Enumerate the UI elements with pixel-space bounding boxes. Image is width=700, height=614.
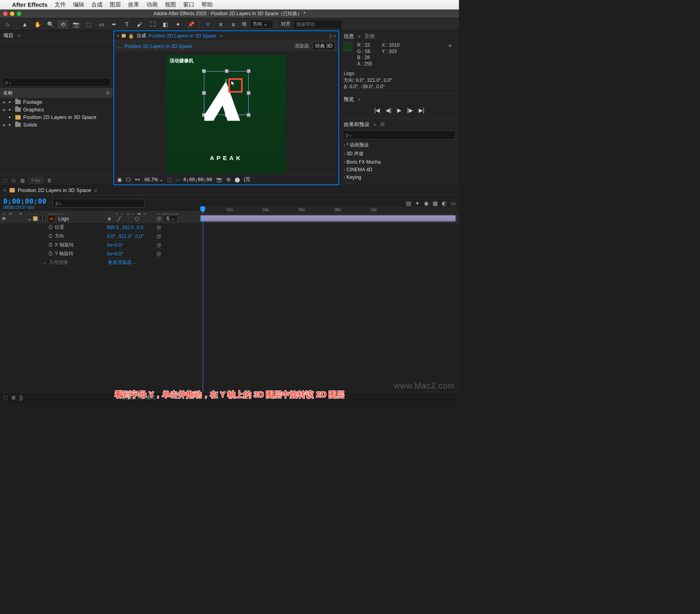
project-item-solids[interactable]: ▸▪Solids [0,121,113,129]
interpret-icon[interactable]: ⬚ [3,178,8,183]
project-tab[interactable]: 项目 [3,32,14,39]
bpc-button[interactable]: 8 bpc [29,177,43,183]
trash-icon[interactable]: 🗑 [47,178,52,183]
panel-menu-icon[interactable]: ≡ [18,33,20,38]
menu-edit[interactable]: 编辑 [73,1,84,8]
play-icon[interactable]: ▶ [397,107,401,113]
next-frame-icon[interactable]: |▶ [407,107,413,113]
resize-handle[interactable] [225,69,229,73]
snapshot-icon[interactable]: ▣ [117,177,122,182]
property-row-y-rotation[interactable]: ÖY 轴旋转 0x+0.0° @ [0,250,459,258]
comp-mini-icon[interactable]: ▤ [406,200,411,206]
region-icon[interactable]: ⬚ [167,177,172,182]
fit-label[interactable]: (完 [244,176,250,183]
brush-tool-icon[interactable]: 🖌 [134,20,145,29]
stopwatch-icon[interactable]: Ö [49,234,52,239]
menu-composition[interactable]: 合成 [91,1,103,8]
info-tab[interactable]: 信息 [344,33,354,40]
change-renderer-link[interactable]: 更改渲染器... [108,259,136,265]
zoom-select[interactable]: 66.7% ⌄ [144,177,163,182]
draft-icon[interactable]: ⚙ [226,177,231,182]
app-name[interactable]: After Effects [12,1,47,8]
effect-category[interactable]: Boris FX Mocha [340,158,459,166]
keyframe-icon[interactable] [200,216,205,221]
menu-file[interactable]: 文件 [55,1,66,8]
time-ruler[interactable]: 02s 04s 06s 08s 10s [199,206,459,214]
pan-behind-tool-icon[interactable]: ⬚ [83,20,94,29]
brackets-icon[interactable]: {} [20,395,23,400]
axis-local-icon[interactable]: ⤧ [203,20,213,29]
stopwatch-icon[interactable]: Ö [49,251,52,257]
stopwatch-icon[interactable]: Ö [49,242,52,248]
eraser-tool-icon[interactable]: ◧ [160,20,170,29]
effect-category[interactable]: 3D 声道 [340,150,459,158]
menu-effect[interactable]: 效果 [128,1,139,8]
prev-frame-icon[interactable]: ◀| [386,107,392,113]
effect-category[interactable]: CINEMA 4D [340,166,459,174]
library-tab[interactable]: 库 [380,121,385,128]
pickwhip-icon[interactable]: @ [156,216,161,222]
shy-icon[interactable]: ✦ [415,200,420,206]
label-color[interactable] [33,216,38,221]
flowchart-name[interactable]: Position 2D Layers in 3D Space [125,44,292,49]
display-icon[interactable]: 🖵 [126,177,131,182]
playhead-icon[interactable] [200,206,205,213]
viewer-timecode[interactable]: 0;00;00;00 [183,177,212,182]
menu-animation[interactable]: 动画 [146,1,158,8]
home-icon[interactable]: ⌂ [2,20,13,29]
menu-help[interactable]: 帮助 [202,1,213,8]
camera-icon[interactable]: 📷 [216,177,222,182]
last-frame-icon[interactable]: ▶| [419,107,425,113]
project-item-footage[interactable]: ▸▪Footage [0,98,113,106]
current-timecode[interactable]: 0;00;00;00 [3,197,46,205]
effect-category[interactable]: Matte [340,181,459,183]
lock-icon[interactable]: 🔒 [128,33,134,39]
frame-blend-icon[interactable]: ▦ [433,200,438,206]
rotation-mode-select[interactable]: 方向 ⌄ [250,20,273,29]
timeline-comp-name[interactable]: Position 2D Layers in 3D Space [18,187,91,193]
project-item-comp[interactable]: ▪Position 2D Layers in 3D Space [0,113,113,121]
new-comp-icon[interactable]: ▦ [20,178,25,183]
project-item-graphics[interactable]: ▸▪Graphics [0,106,113,113]
close-tab-icon[interactable]: × [3,187,6,193]
rotate-tool-icon[interactable]: ⟲ [58,20,68,29]
effects-search-input[interactable]: ρ⌄ [343,131,456,139]
menu-view[interactable]: 视图 [165,1,176,8]
grid-icon[interactable]: ▱ [176,177,179,182]
resize-handle[interactable] [247,69,251,73]
pen-tool-icon[interactable]: ✒ [109,20,119,29]
resize-handle[interactable] [202,69,206,73]
pin-tool-icon[interactable]: 📌 [186,20,196,29]
hand-tool-icon[interactable]: ✋ [32,20,43,29]
timeline-search-input[interactable]: ρ⌄ [53,199,144,208]
text-tool-icon[interactable]: T [122,20,132,29]
camera-tool-icon[interactable]: 📷 [71,20,81,29]
motion-blur-icon[interactable]: ◐ [442,200,447,206]
draft3d-icon[interactable]: ◉ [424,200,429,206]
renderer-select[interactable]: 经典 3D [312,42,335,50]
stamp-tool-icon[interactable]: ⛶ [147,20,158,29]
selection-tool-icon[interactable]: ▲ [20,20,30,29]
menu-layer[interactable]: 图层 [110,1,121,8]
type-column-icon[interactable]: ≣ [106,90,110,95]
effects-tab[interactable]: 效果和预设 [344,121,370,128]
shape-tool-icon[interactable]: ▭ [96,20,107,29]
panel-menu-icon[interactable]: ≡ [94,188,97,193]
graph-editor-icon[interactable]: ▭ [451,200,456,206]
effect-category[interactable]: * 动画预设 [340,141,459,150]
help-search-input[interactable] [294,20,342,28]
comp-tab-name[interactable]: Position 2D Layers in 3D Space [148,33,216,39]
close-tab-icon[interactable]: × [117,33,119,39]
color-icon[interactable]: ⬤ [235,177,240,182]
new-folder-icon[interactable]: 🗀 [12,178,16,183]
zoom-tool-icon[interactable]: 🔍 [45,20,55,29]
zoom-toggle-icon[interactable]: ⊞ [12,395,16,400]
axis-view-icon[interactable]: ⤩ [228,20,239,29]
mask-icon[interactable]: 👓 [134,177,140,182]
stopwatch-icon[interactable]: Ö [49,225,52,230]
toggle-icon[interactable]: ⬚ [3,395,8,400]
audio-tab[interactable]: 音频 [364,33,375,40]
first-frame-icon[interactable]: |◀ [374,107,380,113]
project-name-column[interactable]: 名称 ≣ [0,88,113,98]
effect-category[interactable]: Keying [340,174,459,181]
